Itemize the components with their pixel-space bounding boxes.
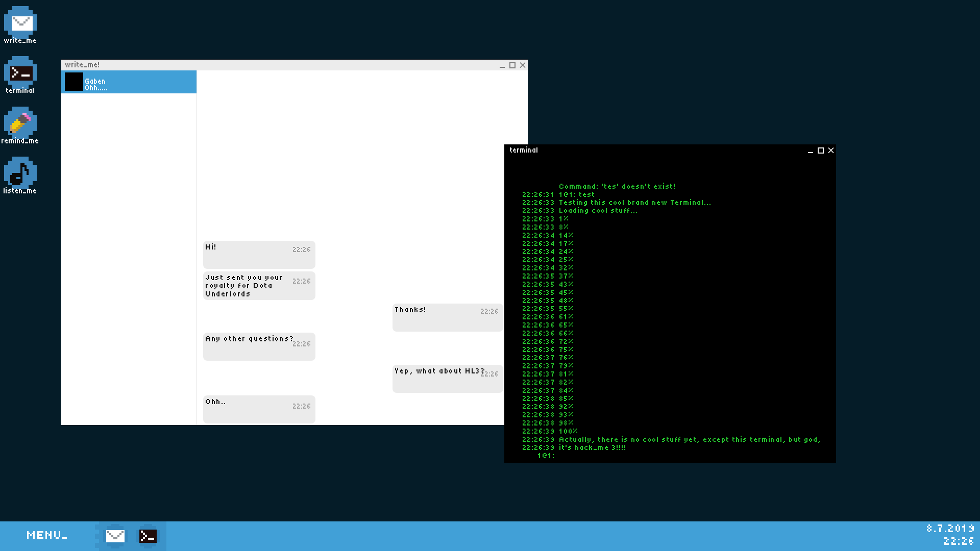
- terminal-close-button[interactable]: [828, 147, 834, 154]
- chat-window-title: [65, 62, 100, 69]
- chat-message-in: [203, 271, 315, 300]
- desktop-icon-listen-me[interactable]: [4, 157, 37, 189]
- desktop-icon-label-write-me: [0, 38, 51, 45]
- chat-message-text: [206, 336, 295, 343]
- chat-message-time: [293, 404, 311, 411]
- chat-close-button[interactable]: [520, 62, 526, 69]
- chat-window: [61, 59, 528, 425]
- taskbar-app-terminal[interactable]: [136, 524, 160, 548]
- desktop-icon-label-listen-me: [0, 188, 51, 195]
- terminal-icon: [4, 56, 37, 89]
- terminal-prompt: [538, 453, 555, 460]
- chat-maximize-button[interactable]: [509, 62, 516, 69]
- chat-message-area: [198, 70, 528, 425]
- chat-contact-list: [61, 70, 197, 425]
- chat-window-titlebar[interactable]: [61, 60, 528, 70]
- taskbar-menu-button[interactable]: [27, 531, 69, 542]
- chat-message-text: [395, 368, 486, 375]
- terminal-line-text: [559, 445, 627, 452]
- chat-message-text: [395, 307, 427, 314]
- chat-minimize-button[interactable]: [499, 62, 505, 69]
- terminal-minimize-button[interactable]: [807, 147, 814, 154]
- taskbar-app-write-me[interactable]: [103, 524, 128, 548]
- terminal-output: [504, 157, 836, 463]
- desktop: [0, 0, 980, 551]
- remind-me-icon: [4, 107, 37, 139]
- chat-message-time: [293, 279, 311, 286]
- terminal-window: [504, 144, 836, 463]
- terminal-prompt-line[interactable]: [504, 453, 836, 461]
- chat-message-in: [203, 395, 315, 423]
- chat-message-text: [206, 244, 217, 252]
- chat-message-time: [481, 309, 499, 316]
- taskbar-time: [944, 537, 976, 548]
- terminal-window-title: [510, 147, 538, 155]
- chat-message-out: [393, 365, 503, 393]
- terminal-maximize-button[interactable]: [818, 147, 824, 154]
- chat-message-time: [293, 341, 311, 348]
- chat-message-time: [481, 371, 499, 379]
- chat-message-text: [206, 275, 284, 298]
- write-me-icon: [4, 6, 37, 39]
- contact-avatar: [65, 72, 83, 91]
- terminal-line-text: [559, 208, 639, 215]
- chat-message-out: [393, 304, 503, 332]
- taskbar-date: [927, 524, 976, 535]
- taskbar: [0, 521, 980, 551]
- chat-message-in: [203, 333, 315, 361]
- desktop-icon-label-remind-me: [0, 138, 51, 145]
- contact-item-gaben[interactable]: [61, 70, 197, 93]
- desktop-icon-write-me[interactable]: [4, 6, 37, 39]
- chat-message-time: [293, 247, 311, 254]
- chat-message-in: [203, 241, 315, 269]
- listen-me-icon: [4, 157, 37, 189]
- desktop-icon-terminal[interactable]: [4, 56, 37, 89]
- desktop-icon-label-terminal: [0, 88, 51, 95]
- desktop-icon-remind-me[interactable]: [4, 107, 37, 139]
- contact-preview: [85, 85, 108, 92]
- chat-message-text: [206, 399, 227, 406]
